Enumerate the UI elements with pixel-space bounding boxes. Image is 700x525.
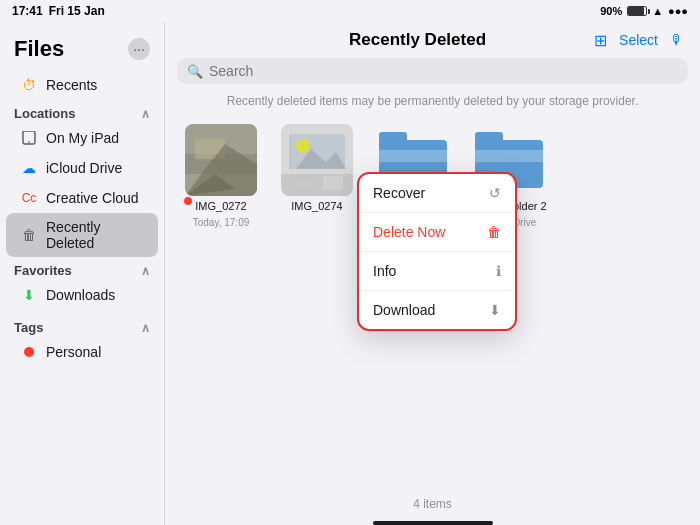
sidebar-section-favorites[interactable]: Favorites ∧ (0, 257, 164, 280)
ipad-icon (20, 129, 38, 147)
personal-dot-icon (20, 343, 38, 361)
file-name-img0274: IMG_0274 (291, 200, 342, 213)
battery-icon (627, 6, 647, 16)
context-menu: Recover ↺ Delete Now 🗑 Info ℹ Download ⬇ (357, 172, 517, 331)
svg-rect-14 (323, 176, 343, 190)
search-input[interactable] (209, 63, 678, 79)
favorites-label: Favorites (14, 263, 72, 278)
mic-icon[interactable]: 🎙 (670, 32, 684, 48)
trash-icon: 🗑 (20, 226, 38, 244)
sidebar-section-locations[interactable]: Locations ∧ (0, 100, 164, 123)
sidebar-section-tags[interactable]: Tags ∧ (0, 314, 164, 337)
status-day: Fri 15 Jan (49, 4, 105, 18)
status-time: 17:41 (12, 4, 43, 18)
delete-now-label: Delete Now (373, 224, 445, 240)
download-icon: ⬇ (489, 302, 501, 318)
context-menu-download[interactable]: Download ⬇ (359, 291, 515, 329)
sidebar-item-creative-label: Creative Cloud (46, 190, 139, 206)
content-footer: 4 items (165, 491, 700, 517)
svg-point-2 (24, 347, 34, 357)
file-item-img0274[interactable]: IMG_0274 Recover ↺ Delete Now 🗑 Info ℹ (277, 124, 357, 228)
sidebar-item-personal-label: Personal (46, 344, 101, 360)
sidebar-item-ipad-label: On My iPad (46, 130, 119, 146)
recover-label: Recover (373, 185, 425, 201)
sidebar: Files ··· ⏱ Recents Locations ∧ On My iP… (0, 22, 165, 525)
creative-cloud-icon: Cc (20, 189, 38, 207)
sidebar-item-downloads[interactable]: ⬇ Downloads (6, 280, 158, 310)
search-icon: 🔍 (187, 64, 203, 79)
svg-point-11 (296, 139, 310, 153)
locations-label: Locations (14, 106, 75, 121)
context-menu-info[interactable]: Info ℹ (359, 252, 515, 291)
tags-chevron: ∧ (141, 321, 150, 335)
sidebar-item-recently-deleted[interactable]: 🗑 Recently Deleted (6, 213, 158, 257)
item-count: 4 items (413, 497, 452, 511)
recover-icon: ↺ (489, 185, 501, 201)
info-banner: Recently deleted items may be permanentl… (165, 88, 700, 114)
sidebar-item-deleted-label: Recently Deleted (46, 219, 144, 251)
sidebar-item-downloads-label: Downloads (46, 287, 115, 303)
search-bar[interactable]: 🔍 (177, 58, 688, 84)
clock-icon: ⏱ (20, 76, 38, 94)
file-sub-img0272: Today, 17:09 (193, 217, 250, 228)
delete-now-icon: 🗑 (487, 224, 501, 240)
context-menu-recover[interactable]: Recover ↺ (359, 174, 515, 213)
grid-view-icon[interactable]: ⊞ (594, 31, 607, 50)
signal-icon: ●●● (668, 5, 688, 17)
file-thumbnail-img0272 (185, 124, 257, 196)
favorites-chevron: ∧ (141, 264, 150, 278)
download-label: Download (373, 302, 435, 318)
app-container: Files ··· ⏱ Recents Locations ∧ On My iP… (0, 22, 700, 525)
sidebar-item-recents[interactable]: ⏱ Recents (6, 70, 158, 100)
select-button[interactable]: Select (619, 32, 658, 48)
status-bar: 17:41 Fri 15 Jan 90% ▲ ●●● (0, 0, 700, 22)
file-badge-img0272 (183, 196, 193, 206)
locations-chevron: ∧ (141, 107, 150, 121)
sidebar-item-creative-cloud[interactable]: Cc Creative Cloud (6, 183, 158, 213)
tags-label: Tags (14, 320, 43, 335)
sidebar-add-icon[interactable]: ··· (128, 38, 150, 60)
content-title: Recently Deleted (241, 30, 594, 50)
downloads-icon: ⬇ (20, 286, 38, 304)
sidebar-item-personal[interactable]: Personal (6, 337, 158, 367)
content-header: Recently Deleted ⊞ Select 🎙 (165, 22, 700, 54)
battery-percent: 90% (600, 5, 622, 17)
files-grid: IMG_0272 Today, 17:09 IMG_0274 (165, 114, 700, 491)
content-area: Recently Deleted ⊞ Select 🎙 🔍 Recently d… (165, 22, 700, 525)
info-icon: ℹ (496, 263, 501, 279)
wifi-icon: ▲ (652, 5, 663, 17)
sidebar-title: Files (14, 36, 64, 62)
context-menu-delete-now[interactable]: Delete Now 🗑 (359, 213, 515, 252)
svg-rect-13 (291, 179, 316, 189)
sidebar-item-icloud[interactable]: ☁ iCloud Drive (6, 153, 158, 183)
file-thumbnail-img0274 (281, 124, 353, 196)
sidebar-item-recents-label: Recents (46, 77, 97, 93)
icloud-icon: ☁ (20, 159, 38, 177)
home-indicator (373, 521, 493, 525)
sidebar-item-icloud-label: iCloud Drive (46, 160, 122, 176)
file-item-img0272[interactable]: IMG_0272 Today, 17:09 (181, 124, 261, 228)
header-icons: ⊞ Select 🎙 (594, 31, 684, 50)
sidebar-item-on-my-ipad[interactable]: On My iPad (6, 123, 158, 153)
sidebar-header: Files ··· (0, 30, 164, 70)
info-label: Info (373, 263, 396, 279)
file-name-img0272: IMG_0272 (195, 200, 246, 213)
